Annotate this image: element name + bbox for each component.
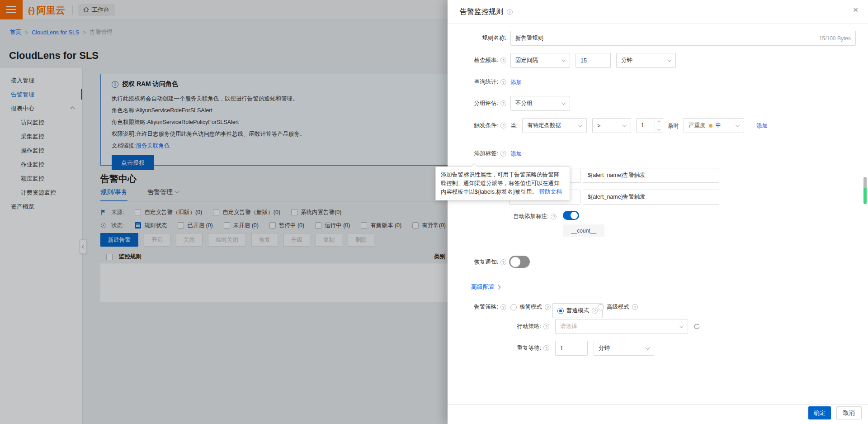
trigger-operator-select[interactable]: > — [592, 118, 631, 133]
chevron-down-icon — [561, 57, 566, 62]
add-labels-label: 添加标签: — [474, 150, 498, 157]
help-icon[interactable]: ? — [551, 214, 557, 219]
chevron-down-icon — [679, 324, 684, 328]
radio-simple-mode[interactable]: 极简模式? — [510, 303, 551, 311]
help-icon[interactable]: ? — [543, 324, 549, 329]
auto-annotation-label: 自动添加标注: — [513, 213, 548, 220]
tag-value-input-1[interactable]: ${alert_name}告警触发 — [583, 168, 719, 183]
tag-value-input-2[interactable]: ${alert_name}告警触发 — [583, 190, 719, 205]
group-eval-select[interactable]: 不分组 — [510, 96, 570, 111]
help-icon[interactable]: ? — [507, 9, 513, 15]
severity-select[interactable]: 严重度 中 — [684, 118, 744, 133]
radio-icon — [598, 304, 604, 310]
close-icon[interactable]: × — [853, 5, 858, 14]
chevron-down-icon — [646, 345, 650, 350]
help-icon[interactable]: ? — [500, 100, 506, 106]
cancel-button[interactable]: 取消 — [836, 406, 862, 419]
rule-name-input[interactable]: 新告警规则 15/100 Bytes — [510, 31, 856, 46]
trigger-when-label: 当: — [510, 122, 518, 130]
radio-icon — [557, 308, 564, 314]
help-icon[interactable]: ? — [500, 79, 506, 85]
interval-value-input[interactable]: 15 — [576, 53, 611, 68]
group-eval-label: 分组评估: — [474, 100, 498, 107]
add-label-link[interactable]: 添加 — [510, 150, 522, 158]
chevron-down-icon — [667, 57, 672, 62]
help-icon[interactable]: ? — [545, 304, 551, 310]
trigger-count-suffix: 条时 — [668, 122, 679, 130]
refresh-icon[interactable] — [693, 323, 700, 330]
auto-annotation-toggle[interactable] — [563, 211, 579, 220]
trigger-label: 触发条件: — [474, 122, 498, 129]
chevron-down-icon — [578, 123, 583, 127]
severity-value: 中 — [716, 122, 722, 129]
trigger-count-stepper[interactable]: 1 — [636, 118, 663, 133]
chevron-down-icon — [623, 123, 627, 127]
action-policy-select[interactable]: 请选择 — [555, 319, 688, 334]
alert-rule-drawer: 告警监控规则 ? × 规则名称: 新告警规则 15/100 Bytes 检查频率… — [448, 0, 868, 424]
char-counter: 15/100 Bytes — [819, 35, 851, 42]
drawer-scrollbar-thumb[interactable] — [863, 177, 867, 204]
stepper-up-icon[interactable] — [655, 119, 663, 126]
radio-normal-mode[interactable]: 普通模式? — [552, 303, 603, 318]
recovery-label: 恢复通知: — [474, 258, 498, 266]
interval-unit-select[interactable]: 分钟 — [616, 53, 676, 68]
tooltip-help-doc-link[interactable]: 帮助文档 — [539, 189, 561, 195]
repeat-wait-input[interactable]: 1 — [555, 341, 588, 356]
count-annotation-chip: __count__ — [563, 224, 604, 237]
help-icon[interactable]: ? — [632, 304, 638, 310]
recovery-toggle[interactable] — [509, 256, 530, 268]
alert-policy-label: 告警策略: — [474, 303, 498, 311]
help-icon[interactable]: ? — [500, 123, 506, 129]
drawer-title: 告警监控规则 — [460, 7, 503, 17]
confirm-button[interactable]: 确定 — [808, 406, 831, 419]
help-icon[interactable]: ? — [500, 57, 506, 63]
radio-icon — [510, 304, 517, 310]
chevron-down-icon — [561, 100, 566, 105]
radio-advanced-mode[interactable]: 高级模式? — [598, 303, 638, 311]
check-freq-label: 检查频率: — [474, 57, 498, 64]
rule-name-label: 规则名称: — [448, 34, 506, 42]
stepper-down-icon[interactable] — [655, 126, 663, 133]
severity-medium-dot-icon — [709, 124, 712, 128]
add-query-link[interactable]: 添加 — [510, 79, 522, 86]
help-icon[interactable]: ? — [500, 304, 506, 310]
chevron-down-icon — [736, 123, 740, 127]
action-policy-label: 行动策略: — [517, 323, 541, 330]
footer-divider — [448, 404, 868, 405]
add-labels-tooltip: 添加告警标识性属性，可用于告警策略的告警降噪控制、通知渠道分派等，标签值也可以在… — [435, 167, 570, 200]
help-icon[interactable]: ? — [592, 308, 598, 314]
trigger-condition-select[interactable]: 有特定条数据 — [522, 118, 587, 133]
add-trigger-link[interactable]: 添加 — [756, 122, 768, 130]
help-icon[interactable]: ? — [500, 259, 506, 265]
repeat-wait-unit-select[interactable]: 分钟 — [594, 341, 654, 356]
severity-prefix: 严重度 — [689, 122, 706, 129]
interval-type-select[interactable]: 固定间隔 — [510, 53, 570, 68]
repeat-wait-label: 重复等待: — [517, 344, 541, 352]
chevron-right-icon — [496, 285, 501, 289]
help-icon[interactable]: ? — [500, 151, 506, 157]
help-icon[interactable]: ? — [543, 345, 549, 351]
advanced-config-link[interactable]: 高级配置 — [471, 283, 500, 291]
query-stats-label: 查询统计: — [474, 78, 498, 86]
